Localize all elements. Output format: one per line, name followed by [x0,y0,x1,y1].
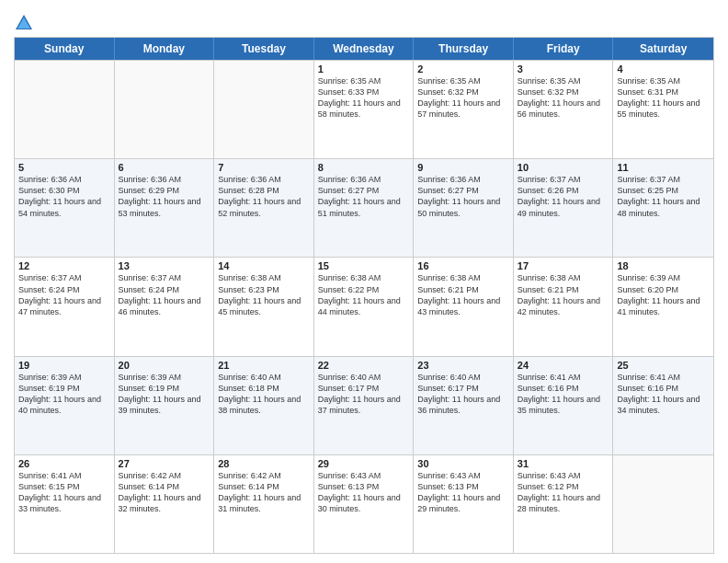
logo-icon [14,13,34,33]
header-cell-sunday: Sunday [15,38,115,60]
calendar-header-row: SundayMondayTuesdayWednesdayThursdayFrid… [15,38,713,60]
cal-cell-15: 15Sunrise: 6:38 AM Sunset: 6:22 PM Dayli… [314,258,415,355]
day-number: 20 [119,360,210,371]
day-number: 11 [617,162,710,173]
cal-row-3: 19Sunrise: 6:39 AM Sunset: 6:19 PM Dayli… [15,356,713,454]
day-number: 17 [518,260,609,271]
cal-cell-28: 28Sunrise: 6:42 AM Sunset: 6:14 PM Dayli… [214,455,314,553]
cal-cell-9: 9Sunrise: 6:36 AM Sunset: 6:27 PM Daylig… [414,159,514,257]
day-info: Sunrise: 6:40 AM Sunset: 6:17 PM Dayligh… [318,372,410,417]
cal-cell-11: 11Sunrise: 6:37 AM Sunset: 6:25 PM Dayli… [613,159,713,257]
header [14,9,714,33]
day-info: Sunrise: 6:38 AM Sunset: 6:21 PM Dayligh… [417,272,509,317]
header-cell-friday: Friday [514,38,614,60]
day-info: Sunrise: 6:41 AM Sunset: 6:16 PM Dayligh… [518,372,609,417]
header-cell-wednesday: Wednesday [314,38,415,60]
cal-cell-24: 24Sunrise: 6:41 AM Sunset: 6:16 PM Dayli… [514,357,614,454]
cal-row-0: 1Sunrise: 6:35 AM Sunset: 6:33 PM Daylig… [15,60,713,158]
day-number: 30 [417,458,509,469]
day-number: 24 [518,360,609,371]
day-info: Sunrise: 6:40 AM Sunset: 6:17 PM Dayligh… [417,372,509,417]
day-info: Sunrise: 6:36 AM Sunset: 6:27 PM Dayligh… [417,174,509,219]
cal-cell-18: 18Sunrise: 6:39 AM Sunset: 6:20 PM Dayli… [613,258,713,355]
day-number: 5 [18,162,110,173]
day-info: Sunrise: 6:35 AM Sunset: 6:32 PM Dayligh… [417,75,509,121]
cal-cell-20: 20Sunrise: 6:39 AM Sunset: 6:19 PM Dayli… [115,357,215,454]
day-number: 10 [518,162,609,173]
day-info: Sunrise: 6:43 AM Sunset: 6:12 PM Dayligh… [518,470,609,515]
day-info: Sunrise: 6:40 AM Sunset: 6:18 PM Dayligh… [218,372,310,417]
cal-row-4: 26Sunrise: 6:41 AM Sunset: 6:15 PM Dayli… [15,454,713,553]
day-info: Sunrise: 6:38 AM Sunset: 6:21 PM Dayligh… [518,272,609,317]
day-number: 2 [417,63,509,75]
cal-cell-4: 4Sunrise: 6:35 AM Sunset: 6:31 PM Daylig… [613,61,713,158]
day-number: 9 [417,162,509,173]
cal-cell-12: 12Sunrise: 6:37 AM Sunset: 6:24 PM Dayli… [15,258,115,355]
day-number: 13 [119,260,210,271]
cal-cell-empty-0-1 [115,61,215,158]
cal-cell-27: 27Sunrise: 6:42 AM Sunset: 6:14 PM Dayli… [115,455,215,553]
day-info: Sunrise: 6:42 AM Sunset: 6:14 PM Dayligh… [218,470,310,515]
day-info: Sunrise: 6:43 AM Sunset: 6:13 PM Dayligh… [417,470,509,515]
page: SundayMondayTuesdayWednesdayThursdayFrid… [0,0,728,563]
day-info: Sunrise: 6:43 AM Sunset: 6:13 PM Dayligh… [318,470,410,515]
day-number: 3 [518,63,609,75]
day-number: 27 [119,458,210,469]
day-info: Sunrise: 6:42 AM Sunset: 6:14 PM Dayligh… [119,470,210,515]
calendar-body: 1Sunrise: 6:35 AM Sunset: 6:33 PM Daylig… [15,60,713,553]
day-info: Sunrise: 6:36 AM Sunset: 6:29 PM Dayligh… [119,174,210,219]
cal-cell-31: 31Sunrise: 6:43 AM Sunset: 6:12 PM Dayli… [514,455,614,553]
day-info: Sunrise: 6:37 AM Sunset: 6:26 PM Dayligh… [518,174,609,219]
cal-cell-25: 25Sunrise: 6:41 AM Sunset: 6:16 PM Dayli… [613,357,713,454]
day-number: 31 [518,458,609,469]
day-number: 22 [318,360,410,371]
header-cell-thursday: Thursday [414,38,514,60]
day-number: 8 [318,162,410,173]
day-info: Sunrise: 6:39 AM Sunset: 6:19 PM Dayligh… [18,372,110,417]
cal-cell-16: 16Sunrise: 6:38 AM Sunset: 6:21 PM Dayli… [414,258,514,355]
cal-cell-26: 26Sunrise: 6:41 AM Sunset: 6:15 PM Dayli… [15,455,115,553]
cal-cell-22: 22Sunrise: 6:40 AM Sunset: 6:17 PM Dayli… [314,357,415,454]
cal-cell-2: 2Sunrise: 6:35 AM Sunset: 6:32 PM Daylig… [414,61,514,158]
logo [14,13,37,33]
cal-cell-30: 30Sunrise: 6:43 AM Sunset: 6:13 PM Dayli… [414,455,514,553]
day-number: 4 [617,63,710,75]
cal-cell-5: 5Sunrise: 6:36 AM Sunset: 6:30 PM Daylig… [15,159,115,257]
cal-cell-17: 17Sunrise: 6:38 AM Sunset: 6:21 PM Dayli… [514,258,614,355]
cal-cell-empty-0-2 [214,61,314,158]
day-number: 21 [218,360,310,371]
cal-cell-13: 13Sunrise: 6:37 AM Sunset: 6:24 PM Dayli… [115,258,215,355]
day-info: Sunrise: 6:35 AM Sunset: 6:31 PM Dayligh… [617,75,710,121]
cal-cell-23: 23Sunrise: 6:40 AM Sunset: 6:17 PM Dayli… [414,357,514,454]
day-number: 19 [18,360,110,371]
day-info: Sunrise: 6:39 AM Sunset: 6:20 PM Dayligh… [617,272,710,317]
header-cell-tuesday: Tuesday [214,38,314,60]
day-number: 1 [318,63,410,75]
header-cell-saturday: Saturday [613,38,713,60]
header-cell-monday: Monday [115,38,215,60]
day-info: Sunrise: 6:38 AM Sunset: 6:22 PM Dayligh… [318,272,410,317]
cal-cell-6: 6Sunrise: 6:36 AM Sunset: 6:29 PM Daylig… [115,159,215,257]
day-info: Sunrise: 6:37 AM Sunset: 6:24 PM Dayligh… [18,272,110,317]
day-info: Sunrise: 6:41 AM Sunset: 6:16 PM Dayligh… [617,372,710,417]
day-info: Sunrise: 6:37 AM Sunset: 6:25 PM Dayligh… [617,174,710,219]
day-info: Sunrise: 6:36 AM Sunset: 6:28 PM Dayligh… [218,174,310,219]
day-number: 25 [617,360,710,371]
cal-cell-1: 1Sunrise: 6:35 AM Sunset: 6:33 PM Daylig… [314,61,415,158]
cal-row-2: 12Sunrise: 6:37 AM Sunset: 6:24 PM Dayli… [15,257,713,355]
day-number: 12 [18,260,110,271]
day-number: 7 [218,162,310,173]
cal-row-1: 5Sunrise: 6:36 AM Sunset: 6:30 PM Daylig… [15,158,713,257]
cal-cell-29: 29Sunrise: 6:43 AM Sunset: 6:13 PM Dayli… [314,455,415,553]
cal-cell-14: 14Sunrise: 6:38 AM Sunset: 6:23 PM Dayli… [214,258,314,355]
day-number: 29 [318,458,410,469]
day-number: 14 [218,260,310,271]
day-number: 15 [318,260,410,271]
day-number: 6 [119,162,210,173]
day-info: Sunrise: 6:37 AM Sunset: 6:24 PM Dayligh… [119,272,210,317]
day-number: 16 [417,260,509,271]
day-info: Sunrise: 6:35 AM Sunset: 6:33 PM Dayligh… [318,75,410,121]
day-info: Sunrise: 6:36 AM Sunset: 6:30 PM Dayligh… [18,174,110,219]
cal-cell-21: 21Sunrise: 6:40 AM Sunset: 6:18 PM Dayli… [214,357,314,454]
cal-cell-7: 7Sunrise: 6:36 AM Sunset: 6:28 PM Daylig… [214,159,314,257]
